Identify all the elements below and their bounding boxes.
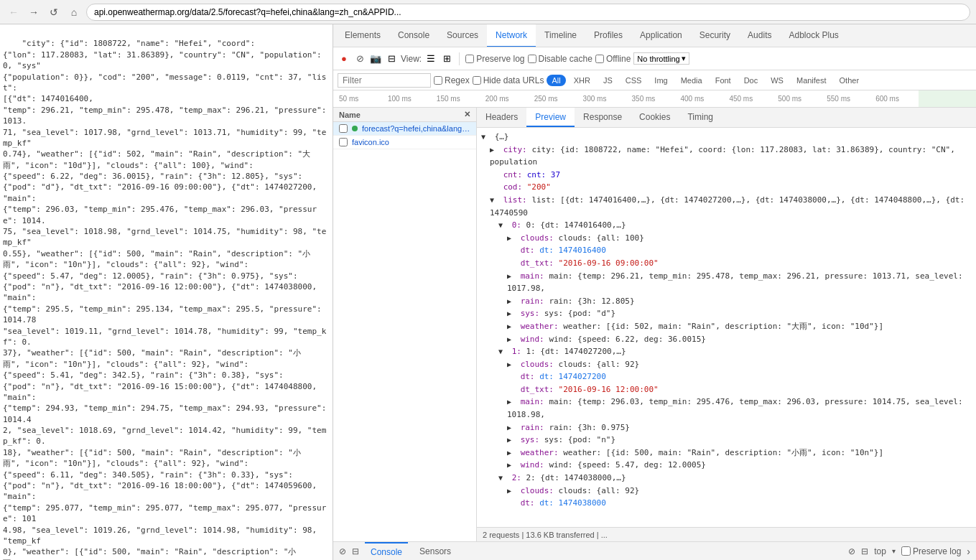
list-view-button[interactable]: ☰ (424, 52, 437, 65)
filter-other-button[interactable]: Other (835, 75, 865, 86)
tab-preview[interactable]: Preview (526, 108, 575, 127)
item1-main-value: main: {temp: 296.03, temp_min: 295.476, … (507, 397, 963, 419)
item0-arrow[interactable] (498, 220, 507, 231)
filter-doc-button[interactable]: Doc (739, 75, 763, 86)
tab-security[interactable]: Security (691, 24, 739, 47)
item0-rain-arrow[interactable] (507, 296, 516, 307)
item1-main-arrow[interactable] (507, 396, 516, 408)
top-dropdown-icon[interactable]: ▾ (892, 547, 896, 555)
item0-clouds-arrow[interactable] (507, 233, 516, 244)
filter-ws-button[interactable]: WS (766, 75, 789, 86)
regex-checkbox[interactable]: Regex (434, 75, 470, 85)
filter-button[interactable]: ⊟ (385, 52, 398, 65)
item2-clouds-arrow[interactable] (507, 485, 516, 497)
tab-network[interactable]: Network (487, 24, 536, 47)
item0-main-arrow[interactable] (507, 271, 516, 282)
item1-arrow[interactable] (498, 346, 507, 358)
console-filter-icon[interactable]: ⊟ (352, 546, 359, 556)
filter-css-button[interactable]: CSS (621, 75, 647, 86)
item2-clouds-key: clouds: (521, 486, 559, 495)
root-arrow[interactable] (481, 131, 490, 143)
request-item-favicon[interactable]: favicon.ico (333, 136, 476, 149)
request-item-forecast[interactable]: forecast?q=hefei,china&lang=z... (333, 122, 476, 136)
console-tab[interactable]: Console (365, 542, 408, 561)
requests-panel: Name ✕ forecast?q=hefei,china&lang=z... … (333, 108, 477, 541)
item1-rain-arrow[interactable] (507, 422, 516, 434)
item1-weather-arrow[interactable] (507, 447, 516, 459)
request-checkbox-2[interactable] (339, 138, 348, 146)
preserve-log-bottom-label: Preserve log (913, 546, 961, 556)
list-arrow[interactable] (490, 195, 498, 206)
item1-sys-value: sys: {pod: "n"} (544, 435, 615, 444)
tab-profiles[interactable]: Profiles (585, 24, 631, 47)
item0-clouds-value: clouds: {all: 100} (559, 233, 644, 243)
item0-weather-arrow[interactable] (507, 321, 516, 332)
disable-cache-input[interactable] (528, 55, 536, 63)
tab-sources[interactable]: Sources (438, 24, 487, 47)
item0-sys-arrow[interactable] (507, 308, 516, 319)
item1-sys-arrow[interactable] (507, 434, 516, 446)
city-arrow[interactable] (490, 144, 498, 156)
item2-clouds-value: clouds: {all: 92} (559, 486, 640, 495)
preserve-log-bottom-input[interactable] (901, 546, 911, 556)
browser-toolbar: ← → ↺ ⌂ (0, 0, 976, 24)
tab-console[interactable]: Console (389, 24, 438, 47)
item1-rain-value: rain: {3h: 0.975} (549, 423, 630, 432)
item2-arrow[interactable] (498, 472, 507, 484)
offline-checkbox[interactable]: Offline (595, 54, 631, 64)
hide-data-label: Hide data URLs (483, 75, 544, 85)
filter-img-button[interactable]: Img (649, 75, 672, 86)
tab-headers[interactable]: Headers (477, 108, 526, 127)
requests-header: Name ✕ (333, 108, 476, 122)
tab-cookies[interactable]: Cookies (631, 108, 679, 127)
filter-js-button[interactable]: JS (598, 75, 618, 86)
filter-font-button[interactable]: Font (710, 75, 736, 86)
item0-wind-arrow[interactable] (507, 334, 516, 345)
offline-input[interactable] (595, 55, 604, 63)
disable-cache-label: Disable cache (539, 54, 592, 64)
tab-audits[interactable]: Audits (739, 24, 780, 47)
request-name-1: forecast?q=hefei,china&lang=z... (362, 124, 470, 133)
filter-xhr-button[interactable]: XHR (569, 75, 595, 86)
grid-view-button[interactable]: ⊞ (440, 52, 453, 65)
stop-button[interactable]: ⊘ (353, 52, 366, 65)
item1-clouds-arrow[interactable] (507, 359, 516, 370)
reload-button[interactable]: ↺ (46, 4, 62, 20)
regex-input[interactable] (434, 76, 442, 85)
record-button[interactable]: ● (338, 52, 350, 65)
console-clear-icon[interactable]: ⊟ (861, 546, 868, 556)
filter-input[interactable] (338, 73, 431, 88)
preserve-log-input[interactable] (465, 55, 474, 63)
hide-data-input[interactable] (473, 76, 481, 85)
filter-media-button[interactable]: Media (676, 75, 707, 86)
back-button[interactable]: ← (6, 4, 22, 20)
tab-timeline[interactable]: Timeline (536, 24, 585, 47)
tab-timing[interactable]: Timing (679, 108, 722, 127)
tab-application[interactable]: Application (631, 24, 691, 47)
request-checkbox-1[interactable] (339, 124, 348, 133)
address-bar[interactable] (86, 4, 970, 21)
close-panel-icon[interactable]: ✕ (464, 110, 470, 119)
home-button[interactable]: ⌂ (66, 4, 82, 20)
filter-manifest-button[interactable]: Manifest (791, 75, 832, 86)
console-stop-icon[interactable]: ⊘ (848, 546, 855, 556)
tab-elements[interactable]: Elements (336, 24, 389, 47)
throttling-select[interactable]: No throttling ▾ (633, 52, 689, 65)
tree-item2-clouds: clouds: clouds: {all: 92} (481, 485, 972, 498)
item1-wind-arrow[interactable] (507, 459, 516, 471)
disable-cache-checkbox[interactable]: Disable cache (528, 54, 592, 64)
tab-response[interactable]: Response (575, 108, 631, 127)
preserve-log-checkbox[interactable]: Preserve log (465, 54, 524, 64)
forward-button[interactable]: → (26, 4, 42, 20)
filter-all-button[interactable]: All (547, 75, 565, 86)
item1-weather-value: weather: [{id: 500, main: "Rain", descri… (563, 448, 883, 457)
camera-button[interactable]: 📷 (369, 52, 382, 65)
hide-data-checkbox[interactable]: Hide data URLs (473, 75, 544, 85)
status-text: 2 requests | 13.6 KB transferred | ... (483, 531, 608, 539)
console-error-icon[interactable]: ⊘ (339, 546, 346, 556)
tab-adblock[interactable]: Adblock Plus (780, 24, 847, 47)
sensors-tab[interactable]: Sensors (414, 542, 457, 561)
timeline-green-indicator (919, 90, 976, 107)
timeline-100ms: 100 ms (386, 95, 435, 103)
preserve-log-bottom[interactable]: Preserve log (901, 546, 961, 556)
